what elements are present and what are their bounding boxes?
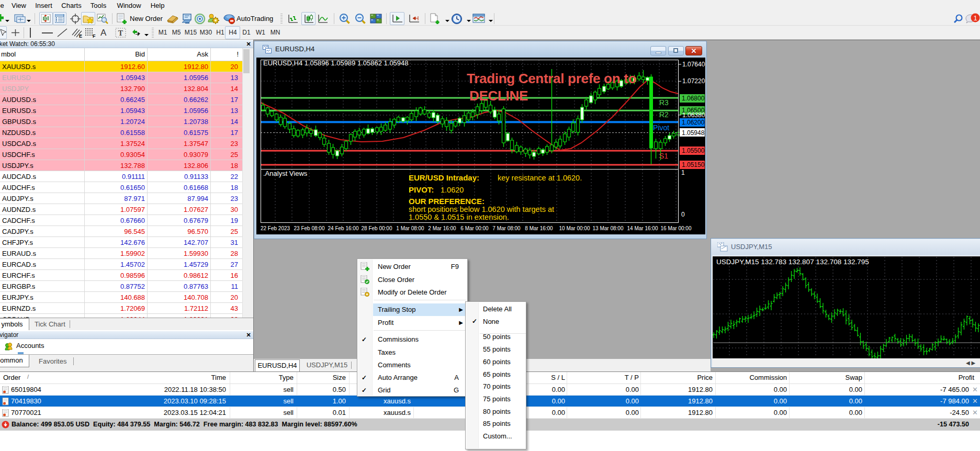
svg-text:R3: R3 [659, 98, 669, 107]
svg-text:DECLINE: DECLINE [469, 88, 528, 104]
svg-text:1.06380: 1.06380 [682, 111, 705, 119]
svg-text:24 Feb 16:00: 24 Feb 16:00 [328, 226, 359, 231]
svg-text:1: 1 [681, 169, 685, 176]
svg-text:10 Mar 00:00: 10 Mar 00:00 [559, 226, 590, 231]
svg-text:1.0620: 1.0620 [441, 186, 464, 194]
svg-text:1.05150: 1.05150 [682, 161, 705, 168]
svg-text:1.06200: 1.06200 [682, 119, 705, 126]
svg-text:0: 0 [681, 211, 685, 218]
svg-text:.Analyst Views: .Analyst Views [263, 170, 308, 177]
svg-text:22 Feb 2023: 22 Feb 2023 [261, 226, 290, 231]
svg-text:1: 1 [973, 14, 977, 22]
svg-text:Pivot: Pivot [653, 123, 669, 132]
svg-text:1.07640: 1.07640 [682, 61, 705, 68]
svg-text:R2: R2 [659, 110, 669, 119]
svg-text:1.05948: 1.05948 [682, 129, 705, 137]
svg-text:E: E [79, 33, 82, 38]
svg-text:1.05500: 1.05500 [682, 147, 705, 154]
svg-text:1.07220: 1.07220 [682, 77, 705, 85]
svg-text:7 Mar 08:00: 7 Mar 08:00 [492, 226, 521, 231]
svg-text:OUR PREFERENCE:: OUR PREFERENCE: [409, 197, 485, 206]
svg-text:1 Mar 08:00: 1 Mar 08:00 [396, 226, 424, 231]
svg-text:28 Feb 00:00: 28 Feb 00:00 [362, 226, 392, 231]
svg-text:6 Mar 00:00: 6 Mar 00:00 [460, 226, 489, 231]
svg-text:PIVOT:: PIVOT: [409, 185, 434, 194]
svg-text:14 Mar 16:00: 14 Mar 16:00 [627, 226, 658, 231]
svg-text:T: T [118, 29, 123, 37]
svg-text:2 Mar 16:00: 2 Mar 16:00 [428, 226, 456, 231]
svg-text:USDJPY,M15 132.783 132.807 13: USDJPY,M15 132.783 132.807 132.708 132.7… [716, 258, 869, 266]
svg-text:23 Feb 08:00: 23 Feb 08:00 [294, 226, 325, 231]
svg-text:EURUSD,H4 1.05896 1.05989 1.0: EURUSD,H4 1.05896 1.05989 1.05862 1.0594… [263, 59, 409, 67]
svg-text:8 Mar 16:00: 8 Mar 16:00 [525, 226, 553, 231]
svg-text:EUR/USD Intraday:: EUR/USD Intraday: [409, 173, 479, 182]
svg-text:F: F [93, 33, 96, 38]
svg-text:key resistance at 1.0620.: key resistance at 1.0620. [498, 174, 582, 182]
svg-text:13 Mar 08:00: 13 Mar 08:00 [593, 226, 624, 231]
svg-text:16 Mar 00:00: 16 Mar 00:00 [661, 226, 692, 231]
svg-text:1.0550 & 1.0515 in extension.: 1.0550 & 1.0515 in extension. [409, 213, 509, 221]
svg-text:1.06800: 1.06800 [682, 95, 705, 102]
svg-text:short positions below 1.0620 w: short positions below 1.0620 with target… [409, 205, 554, 213]
svg-text:S1: S1 [659, 152, 668, 160]
svg-text:Trading Central prefe on to: Trading Central prefe on to [467, 71, 636, 86]
